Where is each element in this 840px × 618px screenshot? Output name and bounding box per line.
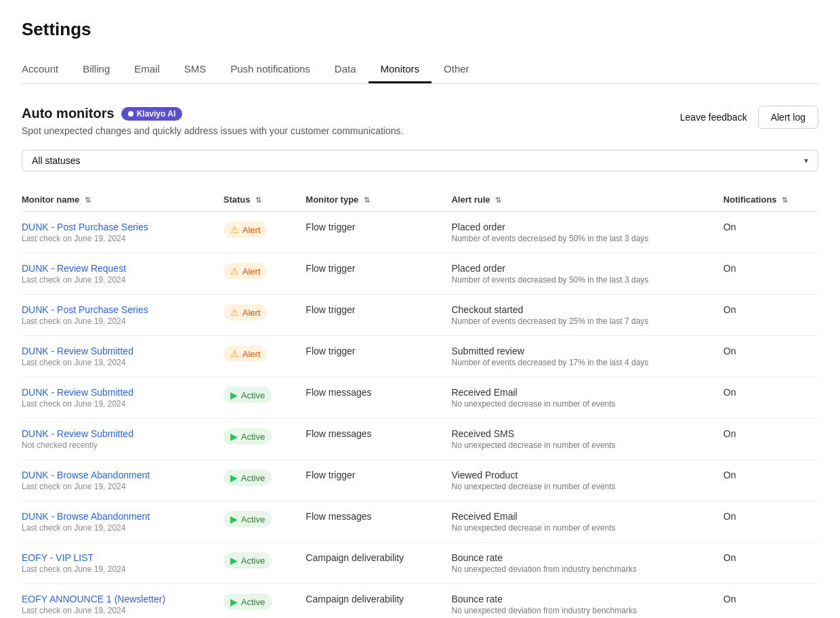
section-header: Auto monitors Klaviyo AI Spot unexpected… xyxy=(22,106,818,136)
sort-icon-monitor-type: ⇅ xyxy=(364,196,370,204)
monitor-name-link[interactable]: DUNK - Post Purchase Series xyxy=(22,304,148,315)
alert-rule-name: Checkout started xyxy=(451,304,707,315)
status-badge-active: ▶Active xyxy=(224,470,272,486)
monitor-name-link[interactable]: DUNK - Browse Abandonment xyxy=(22,470,150,480)
alert-rule-cell: Viewed ProductNo unexpected decrease in … xyxy=(443,460,715,501)
table-header-row: Monitor name ⇅ Status ⇅ Monitor type ⇅ A… xyxy=(22,188,818,212)
table-row: DUNK - Post Purchase SeriesLast check on… xyxy=(22,295,818,336)
monitor-name-cell: DUNK - Post Purchase SeriesLast check on… xyxy=(22,212,215,253)
monitor-name-cell: DUNK - Review SubmittedLast check on Jun… xyxy=(22,377,215,419)
monitor-name-cell: EOFY - VIP LISTLast check on June 19, 20… xyxy=(22,543,215,584)
status-badge-active: ▶Active xyxy=(224,387,272,403)
col-notifications[interactable]: Notifications ⇅ xyxy=(715,188,818,212)
notifications-cell: On xyxy=(715,295,818,336)
tab-email[interactable]: Email xyxy=(122,56,172,83)
alert-rule-desc: No unexpected deviation from industry be… xyxy=(451,564,707,574)
monitor-name-link[interactable]: DUNK - Post Purchase Series xyxy=(22,222,148,232)
col-alert-rule[interactable]: Alert rule ⇅ xyxy=(443,188,715,212)
alert-rule-cell: Placed orderNumber of events decreased b… xyxy=(443,212,715,253)
monitor-last-check: Last check on June 19, 2024 xyxy=(22,523,207,533)
status-label: Active xyxy=(241,597,265,607)
status-label: Alert xyxy=(243,266,261,276)
status-label: Alert xyxy=(243,308,261,318)
status-badge-active: ▶Active xyxy=(224,428,272,445)
monitor-type-cell: Flow trigger xyxy=(297,336,443,377)
ai-badge-label: Klaviyo AI xyxy=(137,109,176,119)
status-filter-dropdown[interactable]: All statuses ▾ xyxy=(22,150,818,171)
section-title: Auto monitors xyxy=(22,106,114,121)
alert-rule-desc: Number of events decreased by 50% in the… xyxy=(451,234,707,243)
table-row: DUNK - Browse AbandonmentLast check on J… xyxy=(22,460,818,501)
monitor-status-cell: ▶Active xyxy=(215,543,298,584)
monitor-last-check: Last check on June 19, 2024 xyxy=(22,234,207,243)
notifications-cell: On xyxy=(715,377,818,419)
sort-icon-alert-rule: ⇅ xyxy=(495,196,501,204)
status-label: Active xyxy=(241,556,265,566)
notifications-cell: On xyxy=(715,212,818,253)
monitor-name-link[interactable]: DUNK - Review Submitted xyxy=(22,428,133,439)
monitor-name-link[interactable]: DUNK - Review Request xyxy=(22,263,126,274)
status-filter-label: All statuses xyxy=(32,155,81,166)
status-label: Alert xyxy=(243,225,261,235)
monitor-status-cell: ▶Active xyxy=(215,460,298,501)
monitor-name-link[interactable]: DUNK - Browse Abandonment xyxy=(22,511,150,522)
monitor-name-link[interactable]: DUNK - Review Submitted xyxy=(22,387,133,398)
tab-sms[interactable]: SMS xyxy=(172,56,219,83)
alert-rule-desc: No unexpected decrease in number of even… xyxy=(451,482,707,491)
monitor-status-cell: ⚠Alert xyxy=(215,253,298,295)
ai-badge-dot xyxy=(128,111,133,117)
table-row: DUNK - Review SubmittedLast check on Jun… xyxy=(22,377,818,419)
monitor-name-cell: DUNK - Review RequestLast check on June … xyxy=(22,253,215,295)
status-badge-alert: ⚠Alert xyxy=(224,222,268,238)
monitor-type-cell: Flow messages xyxy=(297,501,443,543)
monitor-name-link[interactable]: EOFY - VIP LIST xyxy=(22,552,93,563)
monitor-type-cell: Flow messages xyxy=(297,419,443,460)
monitor-status-cell: ⚠Alert xyxy=(215,295,298,336)
col-monitor-type[interactable]: Monitor type ⇅ xyxy=(297,188,443,212)
alert-rule-cell: Bounce rateNo unexpected deviation from … xyxy=(443,543,715,584)
section-title-block: Auto monitors Klaviyo AI Spot unexpected… xyxy=(22,106,403,136)
page-title: Settings xyxy=(22,19,818,40)
monitor-type-cell: Flow trigger xyxy=(297,460,443,501)
tab-account[interactable]: Account xyxy=(22,56,70,83)
monitor-status-cell: ⚠Alert xyxy=(215,212,298,253)
alert-rule-name: Received SMS xyxy=(451,428,707,439)
section-description: Spot unexpected changes and quickly addr… xyxy=(22,125,403,136)
monitor-name-cell: DUNK - Review SubmittedLast check on Jun… xyxy=(22,336,215,377)
table-row: DUNK - Browse AbandonmentLast check on J… xyxy=(22,501,818,543)
tab-monitors[interactable]: Monitors xyxy=(369,56,432,83)
table-row: DUNK - Review RequestLast check on June … xyxy=(22,253,818,295)
col-status[interactable]: Status ⇅ xyxy=(215,188,298,212)
tab-data[interactable]: Data xyxy=(322,56,369,83)
alert-rule-cell: Bounce rateNo unexpected deviation from … xyxy=(443,584,715,619)
alert-rule-desc: No unexpected decrease in number of even… xyxy=(451,523,707,533)
alert-rule-name: Viewed Product xyxy=(451,470,707,480)
table-row: EOFY - VIP LISTLast check on June 19, 20… xyxy=(22,543,818,584)
status-badge-alert: ⚠Alert xyxy=(224,304,268,321)
notifications-cell: On xyxy=(715,501,818,543)
dropdown-arrow-icon: ▾ xyxy=(804,156,808,165)
col-monitor-name[interactable]: Monitor name ⇅ xyxy=(22,188,215,212)
tab-billing[interactable]: Billing xyxy=(70,56,122,83)
status-badge-active: ▶Active xyxy=(224,552,272,569)
klaviyo-ai-badge: Klaviyo AI xyxy=(121,107,183,121)
monitor-type-cell: Flow trigger xyxy=(297,253,443,295)
monitor-type-cell: Flow messages xyxy=(297,377,443,419)
monitor-name-cell: DUNK - Post Purchase SeriesLast check on… xyxy=(22,295,215,336)
monitor-last-check: Not checked recently xyxy=(22,440,207,450)
monitor-status-cell: ▶Active xyxy=(215,419,298,460)
monitor-status-cell: ▶Active xyxy=(215,377,298,419)
alert-rule-name: Received Email xyxy=(451,387,707,398)
tab-other[interactable]: Other xyxy=(432,56,482,83)
tab-push-notifications[interactable]: Push notifications xyxy=(218,56,322,83)
monitor-name-link[interactable]: EOFY ANNOUNCE 1 (Newsletter) xyxy=(22,594,165,604)
sort-icon-monitor-name: ⇅ xyxy=(85,196,91,204)
alert-triangle-icon: ⚠ xyxy=(230,307,239,318)
alert-log-button[interactable]: Alert log xyxy=(758,106,818,129)
notifications-cell: On xyxy=(715,253,818,295)
alert-rule-cell: Submitted reviewNumber of events decreas… xyxy=(443,336,715,377)
monitor-name-link[interactable]: DUNK - Review Submitted xyxy=(22,346,133,356)
monitors-table: Monitor name ⇅ Status ⇅ Monitor type ⇅ A… xyxy=(22,188,818,618)
leave-feedback-button[interactable]: Leave feedback xyxy=(680,112,747,123)
notifications-cell: On xyxy=(715,543,818,584)
